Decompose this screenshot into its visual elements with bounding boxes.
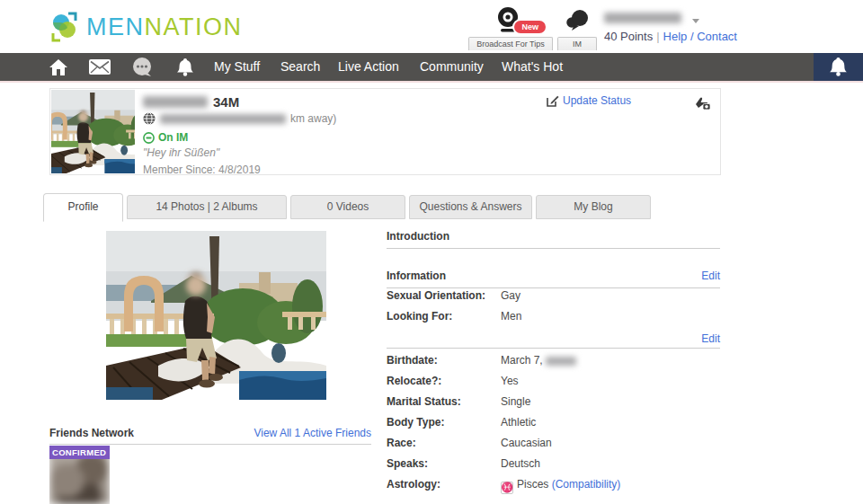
profile-photo-thumbnail[interactable] [51, 90, 135, 173]
friend-thumbnail[interactable]: CONFIRMED [49, 446, 110, 504]
distance-text: km away) [290, 112, 336, 125]
confirmed-badge: CONFIRMED [49, 446, 110, 459]
astrology-sign: Pisces [517, 478, 548, 491]
profile-quote: "Hey ihr Süßen" [143, 146, 219, 159]
online-im-icon [143, 132, 155, 144]
view-all-friends-link[interactable]: View All 1 Active Friends [254, 427, 371, 439]
im-label: IM [557, 37, 597, 50]
divider: | [653, 30, 663, 43]
info-row-looking-for: Looking For:Men [387, 310, 720, 331]
tab-photos-albums[interactable]: 14 Photos | 2 Albums [127, 195, 287, 219]
friends-network-title: Friends Network [49, 427, 134, 439]
nav-search[interactable]: Search [280, 53, 320, 81]
age-gender: 34M [213, 94, 239, 110]
notifications-panel-button[interactable] [814, 53, 863, 81]
friends-network-section: Friends Network View All 1 Active Friend… [49, 427, 371, 445]
logo-icon [49, 10, 81, 44]
im-chat-icon [564, 7, 591, 34]
information-title: Information [387, 270, 446, 282]
info-row-relocate: Relocate?:Yes [387, 375, 720, 395]
new-badge: New [512, 19, 547, 35]
tab-my-blog[interactable]: My Blog [536, 195, 651, 219]
top-header: MENNATION New Broadcast For Tips IM 40 P… [0, 0, 863, 53]
profile-details-column: Introduction Information Edit Sexual Ori… [387, 225, 720, 504]
info-row-marital-status: Marital Status:Single [387, 395, 720, 416]
member-since: Member Since: 4/8/2019 [143, 164, 261, 176]
points-link[interactable]: 40 Points [604, 30, 653, 43]
compatibility-link[interactable]: (Compatibility) [552, 478, 621, 491]
information-edit-link[interactable]: Edit [701, 270, 720, 282]
im-status-text: On IM [158, 131, 188, 144]
edit-pencil-icon [547, 94, 559, 107]
points-help-row: 40 Points|Help / Contact [604, 30, 737, 43]
tab-questions-answers[interactable]: Questions & Answers [409, 195, 532, 219]
im-button[interactable]: IM [557, 4, 597, 50]
help-contact-link[interactable]: Help / Contact [663, 30, 737, 43]
user-menu[interactable] [604, 11, 699, 27]
photo-verify-hand-icon[interactable] [693, 95, 711, 115]
info-row-sexual-orientation: Sexual Orientation:Gay [387, 289, 720, 310]
profile-main-photo[interactable] [106, 231, 326, 400]
chat-icon[interactable] [130, 53, 154, 81]
nav-whats-hot[interactable]: What's Hot [502, 53, 563, 81]
tab-profile[interactable]: Profile [43, 193, 123, 222]
broadcast-label: Broadcast For Tips [468, 37, 553, 50]
info-row-birthdate: Birthdate: March 7, [387, 354, 720, 375]
location-redacted [160, 114, 286, 124]
introduction-title: Introduction [387, 230, 449, 243]
info-row-race: Race:Caucasian [387, 437, 720, 457]
info-row-speaks: Speaks:Deutsch [387, 457, 720, 478]
info-row-astrology: Astrology: ♓Pisces (Compatibility) [387, 478, 720, 499]
profile-header-card: 34M km away) On IM "Hey ihr Süßen" Membe… [49, 88, 721, 175]
broadcast-for-tips-button[interactable]: New Broadcast For Tips [468, 4, 553, 50]
birth-year-redacted [546, 357, 576, 366]
pisces-icon: ♓ [501, 482, 513, 494]
nav-community[interactable]: Community [420, 53, 484, 81]
logo-text-men: MEN [86, 13, 145, 40]
chevron-down-icon [692, 19, 699, 23]
notification-bell-icon [830, 57, 847, 76]
nav-my-stuff[interactable]: My Stuff [214, 53, 260, 81]
logo-text-nation: NATION [145, 13, 243, 40]
username-redacted [604, 13, 681, 23]
globe-icon [143, 112, 156, 125]
main-nav: My Stuff Search Live Action Community Wh… [0, 53, 863, 81]
nav-live-action[interactable]: Live Action [338, 53, 399, 81]
mail-icon[interactable] [88, 53, 111, 81]
details-edit-link[interactable]: Edit [701, 332, 720, 345]
profile-username-redacted [143, 96, 208, 108]
update-status-link[interactable]: Update Status [547, 94, 631, 107]
home-icon[interactable] [47, 53, 70, 81]
info-row-body-type: Body Type:Athletic [387, 416, 720, 437]
tab-videos[interactable]: 0 Videos [290, 195, 405, 219]
bell-icon[interactable] [173, 53, 197, 81]
site-logo[interactable]: MENNATION [49, 10, 243, 44]
